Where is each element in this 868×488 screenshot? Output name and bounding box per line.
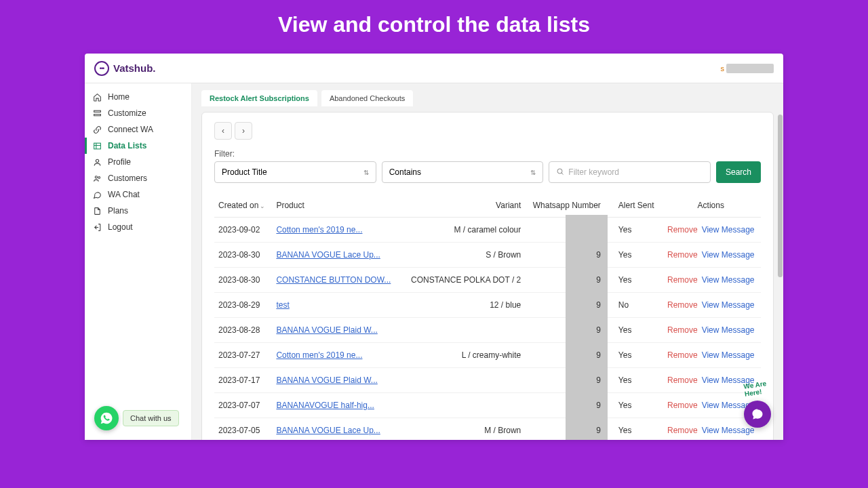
- chevron-updown-icon: ⇅: [530, 169, 536, 176]
- table-row: 2023-08-28BANANA VOGUE Plaid W...9YesRem…: [214, 318, 761, 343]
- cell-actions: RemoveView Message: [660, 343, 761, 368]
- scrollbar[interactable]: [778, 115, 783, 277]
- cell-product: BANANAVOGUE half-hig...: [272, 393, 401, 418]
- pager-prev-button[interactable]: ‹: [214, 122, 232, 140]
- sort-desc-icon: ⌄: [260, 203, 265, 209]
- sidebar-item-data-lists[interactable]: Data Lists: [85, 138, 191, 154]
- remove-link[interactable]: Remove: [667, 250, 698, 260]
- product-link[interactable]: BANANA VOGUE Lace Up...: [276, 250, 380, 260]
- svg-rect-2: [94, 143, 101, 149]
- sidebar: Home Customize Connect WA Data Lists: [85, 83, 192, 440]
- cell-product: Cotton men's 2019 ne...: [272, 343, 401, 368]
- product-link[interactable]: test: [276, 300, 289, 310]
- product-link[interactable]: CONSTANCE BUTTON DOW...: [276, 275, 391, 285]
- chat-bubble-icon: •••: [94, 61, 109, 76]
- view-message-link[interactable]: View Message: [702, 275, 755, 285]
- tab-restock-alerts[interactable]: Restock Alert Subscriptions: [201, 90, 317, 106]
- table-icon: [93, 142, 102, 150]
- data-table: Created on⌄ Product Variant Whatsapp Num…: [214, 194, 761, 440]
- col-variant[interactable]: Variant: [401, 194, 525, 218]
- cell-whatsapp: 9: [525, 318, 605, 343]
- col-alert[interactable]: Alert Sent: [605, 194, 661, 218]
- filter-operator-value: Contains: [389, 167, 421, 177]
- product-link[interactable]: BANANA VOGUE Lace Up...: [276, 426, 380, 435]
- cell-product: BANANA VOGUE Plaid W...: [272, 368, 401, 393]
- sidebar-item-profile[interactable]: Profile: [85, 154, 191, 170]
- chevron-left-icon: ‹: [222, 126, 224, 136]
- remove-link[interactable]: Remove: [667, 300, 698, 310]
- product-link[interactable]: BANANA VOGUE Plaid W...: [276, 375, 377, 385]
- remove-link[interactable]: Remove: [667, 426, 698, 435]
- cell-actions: RemoveView Message: [660, 318, 761, 343]
- brand-name: Vatshub.: [113, 62, 156, 74]
- home-icon: [93, 93, 102, 102]
- filter-keyword-input[interactable]: [568, 167, 703, 177]
- cell-actions: RemoveView Message: [660, 268, 761, 293]
- sidebar-item-label: Plans: [108, 206, 128, 216]
- file-icon: [93, 207, 102, 216]
- cell-product: BANANA VOGUE Lace Up...: [272, 418, 401, 441]
- view-message-link[interactable]: View Message: [702, 225, 755, 235]
- remove-link[interactable]: Remove: [667, 225, 698, 235]
- view-message-link[interactable]: View Message: [702, 300, 755, 310]
- tab-abandoned-checkouts[interactable]: Abandoned Checkouts: [321, 90, 413, 106]
- whatsapp-widget[interactable]: Chat with us: [94, 406, 179, 430]
- sidebar-item-customers[interactable]: Customers: [85, 170, 191, 186]
- sidebar-item-connect-wa[interactable]: Connect WA: [85, 121, 191, 138]
- pager-next-button[interactable]: ›: [235, 122, 252, 140]
- sidebar-item-customize[interactable]: Customize: [85, 105, 191, 121]
- sidebar-item-label: WA Chat: [108, 190, 140, 199]
- cell-variant: [401, 368, 525, 393]
- view-message-link[interactable]: View Message: [702, 250, 755, 260]
- logout-icon: [93, 223, 102, 232]
- cell-created: 2023-08-28: [214, 318, 272, 343]
- content-card: ‹ › Filter: Product Title ⇅ Contains ⇅: [201, 112, 774, 440]
- search-button[interactable]: Search: [716, 161, 761, 183]
- col-created[interactable]: Created on⌄: [214, 194, 272, 218]
- col-whatsapp[interactable]: Whatsapp Number: [525, 194, 605, 218]
- filter-operator-select[interactable]: Contains ⇅: [382, 161, 544, 183]
- cell-product: BANANA VOGUE Plaid W...: [272, 318, 401, 343]
- table-row: 2023-09-02Cotton men's 2019 ne...M / car…: [214, 218, 761, 243]
- sidebar-item-label: Logout: [108, 222, 133, 232]
- remove-link[interactable]: Remove: [667, 350, 698, 360]
- sidebar-item-wa-chat[interactable]: WA Chat: [85, 186, 191, 203]
- chat-icon: [93, 190, 102, 199]
- filter-label: Filter:: [214, 149, 761, 159]
- product-link[interactable]: BANANA VOGUE Plaid W...: [276, 325, 377, 335]
- sidebar-item-logout[interactable]: Logout: [85, 219, 191, 235]
- remove-link[interactable]: Remove: [667, 375, 698, 385]
- svg-point-5: [96, 159, 98, 162]
- sidebar-item-home[interactable]: Home: [85, 89, 191, 105]
- view-message-link[interactable]: View Message: [702, 350, 755, 360]
- user-chip[interactable]: [726, 64, 774, 73]
- filter-field-select[interactable]: Product Title ⇅: [214, 161, 376, 183]
- table-row: 2023-07-17BANANA VOGUE Plaid W...9YesRem…: [214, 368, 761, 393]
- chevron-updown-icon: ⇅: [363, 169, 369, 176]
- cell-alert: Yes: [605, 243, 661, 268]
- product-link[interactable]: Cotton men's 2019 ne...: [276, 350, 362, 360]
- cell-created: 2023-07-17: [214, 368, 272, 393]
- cell-variant: [401, 318, 525, 343]
- cell-created: 2023-07-05: [214, 418, 272, 441]
- cell-product: BANANA VOGUE Lace Up...: [272, 243, 401, 268]
- remove-link[interactable]: Remove: [667, 401, 698, 410]
- chat-bubble-icon: [744, 401, 771, 428]
- cell-whatsapp: 9: [525, 293, 605, 318]
- brand-logo[interactable]: ••• Vatshub.: [94, 61, 156, 76]
- whatsapp-icon: [94, 406, 119, 430]
- product-link[interactable]: Cotton men's 2019 ne...: [276, 225, 362, 235]
- remove-link[interactable]: Remove: [667, 325, 698, 335]
- cell-alert: Yes: [605, 343, 661, 368]
- cell-variant: [401, 393, 525, 418]
- svg-rect-0: [94, 110, 101, 112]
- remove-link[interactable]: Remove: [667, 275, 698, 285]
- sidebar-item-plans[interactable]: Plans: [85, 203, 191, 219]
- chat-widget[interactable]: We Are Here!: [744, 401, 771, 428]
- product-link[interactable]: BANANAVOGUE half-hig...: [276, 401, 374, 410]
- table-row: 2023-07-05BANANA VOGUE Lace Up...M / Bro…: [214, 418, 761, 441]
- view-message-link[interactable]: View Message: [702, 325, 755, 335]
- user-prefix: s: [721, 64, 725, 73]
- cell-whatsapp: 9: [525, 368, 605, 393]
- col-product[interactable]: Product: [272, 194, 401, 218]
